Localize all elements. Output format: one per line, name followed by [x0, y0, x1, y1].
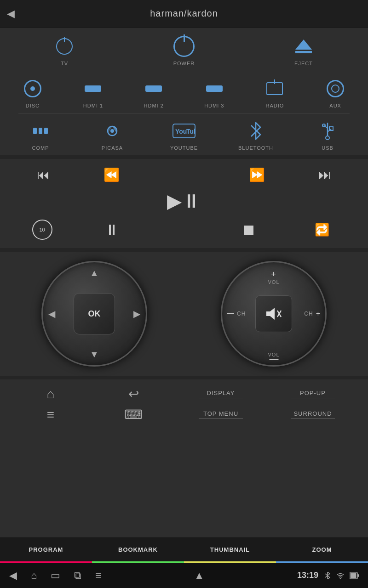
display-underline	[199, 398, 243, 398]
nav-dial: ▲ ▼ ◀ ▶ OK	[41, 261, 147, 367]
svg-rect-17	[351, 573, 356, 578]
top-menu-underline	[199, 418, 243, 419]
youtube-button[interactable]: You Tube YOUTUBE	[166, 119, 202, 151]
svg-rect-16	[358, 574, 359, 577]
tab-bookmark-label: BOOKMARK	[118, 546, 158, 553]
svg-point-14	[340, 578, 341, 579]
rewind-button[interactable]: ⏪	[98, 167, 125, 182]
surround-underline	[291, 418, 335, 419]
playback-row-2: ▶⏸	[9, 186, 359, 216]
section-gap-1	[0, 155, 368, 159]
disc-button[interactable]: DISC	[14, 77, 51, 108]
disc-icon-wrap	[21, 77, 45, 101]
fast-fwd-button[interactable]: ⏩	[243, 167, 270, 182]
youtube-icon: You Tube	[172, 124, 196, 138]
hdmi1-icon-wrap	[81, 77, 105, 101]
back-func-button[interactable]: ↩	[110, 386, 156, 401]
display-button[interactable]: DISPLAY	[193, 390, 248, 398]
tab-thumbnail[interactable]: THUMBNAIL	[184, 538, 276, 563]
ch-minus-area[interactable]: CH	[227, 311, 246, 317]
playback-row-3: 10 ⏸ ⏹ 🔁	[9, 216, 359, 243]
top-menu-label: TOP MENU	[203, 410, 238, 417]
play-pause-button[interactable]: ▶⏸	[166, 190, 202, 212]
repeat-button[interactable]: 🔁	[308, 223, 336, 237]
section-gap-3	[0, 376, 368, 379]
menu-button[interactable]: ≡	[28, 407, 74, 422]
nav-left-button[interactable]: ◀	[48, 308, 55, 319]
popup-label: POP-UP	[300, 390, 326, 396]
android-multiwindow-button[interactable]: ⧉	[74, 570, 81, 582]
aux-label: AUX	[329, 103, 341, 108]
ch-minus-dash	[227, 313, 234, 314]
picasa-icon	[104, 122, 121, 140]
bluetooth-button[interactable]: BLUETOOTH	[237, 119, 274, 151]
tab-zoom[interactable]: ZOOM	[276, 538, 368, 563]
usb-button[interactable]: USB	[309, 119, 346, 151]
playback-section: ⏮ ⏪ ⏩ ⏭ ▶⏸ 10 ⏸ ⏹ 🔁	[0, 159, 368, 248]
mute-button[interactable]	[255, 295, 292, 332]
android-home-button[interactable]: ⌂	[31, 570, 37, 582]
android-recents-button[interactable]: ▭	[51, 570, 60, 582]
usb-icon-wrap	[316, 119, 339, 143]
vol-minus-area[interactable]: VOL	[268, 352, 279, 360]
aux-icon	[327, 80, 344, 97]
keyboard-button[interactable]: ⌨	[110, 407, 156, 422]
vol-plus-area[interactable]: + VOL	[268, 270, 279, 285]
popup-button[interactable]: POP-UP	[285, 390, 340, 398]
picasa-label: PICASA	[102, 145, 123, 151]
svg-marker-11	[266, 308, 275, 320]
hdmi2-button[interactable]: HDMI 2	[135, 77, 172, 108]
surround-button[interactable]: SURROUND	[285, 410, 340, 419]
eject-button[interactable]: EJECT	[285, 34, 322, 66]
skip-prev-button[interactable]: ⏮	[29, 167, 57, 182]
android-nav-bar: ◀ ⌂ ▭ ⧉ ≡ ▲ 13:19	[0, 563, 368, 588]
nav-down-button[interactable]: ▼	[90, 349, 99, 360]
home-button[interactable]: ⌂	[28, 387, 74, 401]
source-row-2: DISC HDMI 1 HDMI 2 HDMI 3 RADIO	[0, 71, 368, 113]
disc-label: DISC	[26, 103, 40, 108]
surround-label: SURROUND	[293, 410, 332, 417]
picasa-icon-wrap	[100, 119, 124, 143]
aux-button[interactable]: AUX	[317, 77, 354, 108]
stop-button[interactable]: ⏹	[235, 221, 263, 238]
usb-label: USB	[322, 145, 334, 151]
eject-icon	[295, 40, 312, 53]
nav-ok-button[interactable]: OK	[74, 293, 115, 334]
controls-section: ▲ ▼ ◀ ▶ OK + VOL VOL CH CH +	[0, 252, 368, 376]
android-up-button[interactable]: ▲	[194, 570, 204, 582]
comp-label: COMP	[32, 145, 49, 151]
nav-right-button[interactable]: ▶	[133, 308, 140, 319]
bluetooth-label: BLUETOOTH	[238, 145, 273, 151]
tv-icon-wrap	[52, 34, 76, 58]
power-button[interactable]: POWER	[166, 34, 202, 66]
pause-button[interactable]: ⏸	[98, 221, 126, 238]
hdmi1-button[interactable]: HDMI 1	[75, 77, 111, 108]
ch-plus-area[interactable]: CH +	[304, 310, 321, 318]
display-label: DISPLAY	[207, 390, 235, 396]
top-menu-button[interactable]: TOP MENU	[193, 410, 248, 419]
func-row-1: ⌂ ↩ DISPLAY POP-UP	[9, 386, 359, 401]
section-gap-2	[0, 248, 368, 252]
picasa-button[interactable]: PICASA	[94, 119, 131, 151]
android-menu-button[interactable]: ≡	[95, 570, 101, 582]
wifi-icon	[337, 572, 344, 579]
tab-bookmark[interactable]: BOOKMARK	[92, 538, 184, 563]
skip-next-button[interactable]: ⏭	[311, 167, 339, 182]
vol-plus-label: VOL	[268, 279, 279, 285]
tv-button[interactable]: TV	[46, 34, 83, 66]
tab-program[interactable]: PROGRAM	[0, 538, 92, 563]
youtube-label: YOUTUBE	[170, 145, 198, 151]
comp-button[interactable]: COMP	[22, 119, 59, 151]
back-icon[interactable]: ◀	[7, 8, 15, 20]
replay10-button[interactable]: 10	[32, 220, 52, 240]
hdmi2-icon	[145, 85, 162, 92]
android-back-button[interactable]: ◀	[9, 570, 17, 582]
nav-up-button[interactable]: ▲	[90, 268, 99, 278]
system-time: 13:19	[297, 571, 318, 580]
source-row-1: TV POWER EJECT	[0, 28, 368, 71]
brand-title: harman/kardon	[150, 8, 218, 19]
power-icon-wrap	[172, 34, 196, 58]
hdmi3-button[interactable]: HDMI 3	[196, 77, 233, 108]
usb-icon	[321, 122, 334, 140]
radio-button[interactable]: RADIO	[256, 77, 293, 108]
